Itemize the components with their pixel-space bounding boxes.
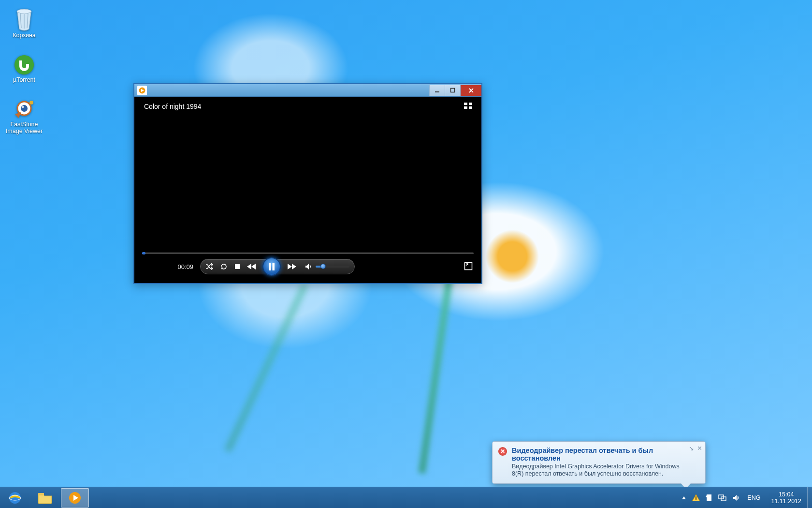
action-center-icon[interactable] [706, 494, 712, 502]
desktop-icon-label: µTorrent [4, 76, 44, 83]
video-area[interactable]: Color of night 1994 00:09 [139, 99, 477, 279]
window-titlebar[interactable] [134, 84, 481, 97]
svg-rect-26 [38, 493, 44, 495]
notification-options-button[interactable]: ↘ [689, 445, 694, 452]
repeat-button[interactable] [220, 263, 228, 270]
notification-title: Видеодрайвер перестал отвечать и был вос… [512, 447, 692, 462]
switch-to-library-button[interactable] [464, 103, 473, 109]
svg-rect-10 [464, 103, 467, 105]
svg-marker-22 [305, 264, 309, 269]
taskbar-item-explorer[interactable] [31, 488, 59, 508]
svg-marker-29 [682, 496, 686, 499]
shuffle-button[interactable] [205, 263, 213, 270]
transport-controls [200, 259, 355, 274]
network-icon[interactable] [718, 494, 727, 501]
svg-rect-18 [269, 263, 271, 270]
notification-close-button[interactable]: ✕ [697, 445, 702, 452]
svg-point-4 [22, 106, 24, 108]
play-pause-button[interactable] [262, 257, 281, 276]
show-desktop-button[interactable] [807, 487, 812, 508]
svg-point-1 [14, 55, 34, 75]
svg-rect-32 [696, 499, 696, 500]
svg-marker-34 [706, 495, 707, 498]
desktop-icon-recycle-bin[interactable]: Корзина [4, 4, 44, 41]
svg-rect-11 [469, 103, 472, 105]
taskbar-item-ie[interactable] [1, 488, 29, 508]
volume-tray-icon[interactable] [733, 494, 740, 501]
taskbar-item-wmp[interactable] [61, 488, 89, 508]
svg-marker-21 [292, 264, 296, 269]
svg-rect-31 [696, 496, 696, 499]
svg-point-5 [29, 101, 33, 105]
mute-button[interactable] [305, 263, 312, 270]
svg-rect-33 [707, 494, 711, 501]
volume-slider[interactable] [316, 266, 349, 268]
video-title: Color of night 1994 [144, 103, 201, 110]
language-indicator[interactable]: ENG [746, 494, 761, 501]
fullscreen-button[interactable] [464, 262, 473, 272]
error-icon: ✕ [498, 447, 507, 456]
desktop-icon-label: FastStone Image Viewer [4, 121, 44, 134]
clock[interactable]: 15:04 11.11.2012 [767, 491, 805, 505]
maximize-button[interactable] [445, 85, 460, 96]
seek-track [142, 253, 474, 254]
svg-rect-19 [273, 263, 275, 270]
svg-marker-16 [251, 264, 256, 269]
previous-button[interactable] [247, 264, 256, 269]
notification-balloon[interactable]: ✕ ↘ ✕ Видеодрайвер перестал отвечать и б… [492, 441, 706, 484]
svg-rect-9 [451, 89, 455, 92]
desktop-icon-utorrent[interactable]: µTorrent [4, 48, 44, 85]
svg-marker-17 [247, 264, 251, 269]
wallpaper-decor [419, 271, 453, 474]
seek-bar[interactable] [142, 251, 474, 255]
clock-date: 11.11.2012 [771, 498, 801, 505]
svg-marker-20 [288, 264, 292, 269]
svg-rect-12 [464, 106, 467, 109]
player-controls: 00:09 [139, 251, 477, 277]
wallpaper-decor [225, 283, 307, 452]
next-button[interactable] [288, 264, 296, 269]
taskbar: ENG 15:04 11.11.2012 [0, 487, 812, 508]
media-player-window: Color of night 1994 00:09 [133, 83, 482, 284]
system-tray: ENG 15:04 11.11.2012 [677, 491, 807, 505]
notification-body: Видеодрайвер Intel Graphics Accelerator … [512, 463, 692, 478]
elapsed-time: 00:09 [143, 263, 196, 270]
utorrent-icon [4, 50, 44, 75]
close-button[interactable] [460, 85, 481, 96]
svg-point-3 [21, 105, 28, 112]
desktop-icon-label: Корзина [4, 32, 44, 39]
svg-rect-15 [235, 264, 240, 269]
svg-rect-8 [435, 91, 439, 92]
stop-button[interactable] [234, 264, 240, 269]
svg-rect-13 [469, 106, 472, 109]
volume-thumb[interactable] [320, 264, 326, 269]
desktop-icons: Корзина µTorrent FastStone Image Viewer [4, 4, 47, 144]
minimize-button[interactable] [429, 85, 445, 96]
svg-marker-37 [733, 495, 737, 501]
clock-time: 15:04 [771, 491, 801, 498]
faststone-icon [4, 95, 44, 120]
warning-tray-icon[interactable] [692, 494, 700, 501]
show-hidden-icons-button[interactable] [682, 495, 686, 500]
recycle-bin-icon [4, 6, 44, 31]
seek-progress [142, 252, 145, 254]
svg-rect-23 [465, 262, 472, 269]
desktop-icon-faststone[interactable]: FastStone Image Viewer [4, 93, 44, 136]
wmp-icon [137, 86, 147, 95]
